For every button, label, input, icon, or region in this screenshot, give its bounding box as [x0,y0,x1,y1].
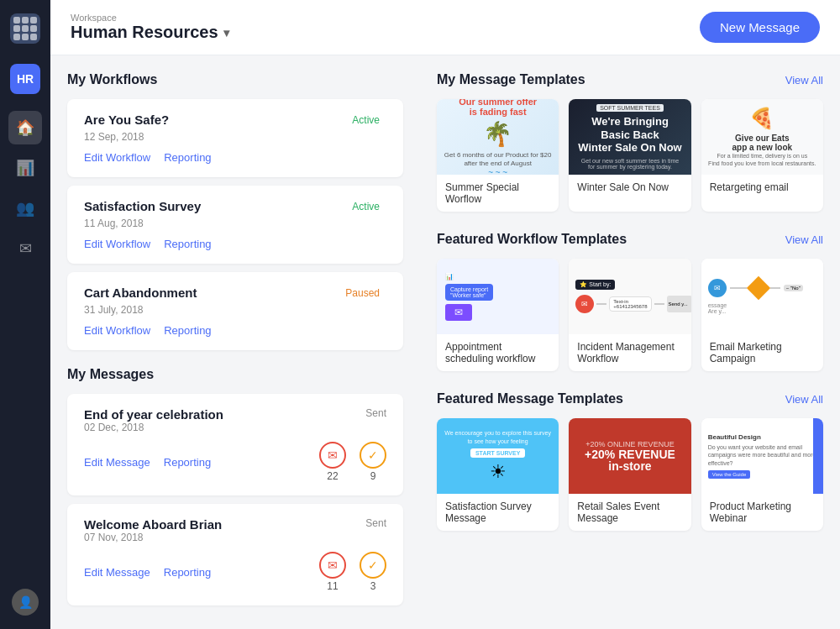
template-card-summer[interactable]: Our summer offeris fading fast 🌴 Get 6 m… [437,99,559,212]
home-icon[interactable]: 🏠 [8,111,42,144]
email-flow: ✉ ~ "No" [708,279,816,297]
featured-message-view-all[interactable]: View All [785,393,823,406]
template-preview: Beautiful Design Do you want your websit… [701,418,823,494]
workflow-title: Satisfaction Survey [84,199,201,213]
main-container: Workspace Human Resources ▾ New Message … [50,0,840,629]
card-actions: Edit Workflow Reporting [84,324,386,337]
template-label: Retargeting email [701,175,823,200]
template-card-winter[interactable]: SOFT SUMMER TEES We're BringingBasic Bac… [569,99,690,212]
message-templates-view-all[interactable]: View All [785,74,823,86]
sidebar-bottom: 👤 [12,589,39,616]
webinar-text: Do you want your website and email campa… [708,443,816,466]
template-label: Winter Sale On Now [569,175,690,200]
check-icon: ✓ [360,442,386,469]
right-panel: My Message Templates View All Our summer… [420,55,840,629]
wf-header: 📊 [445,273,454,280]
reports-icon[interactable]: 📊 [8,151,42,185]
no-badge: ~ "No" [784,285,803,291]
featured-workflow-title: Featured Workflow Templates [437,232,627,247]
message-card: Welcome Aboard Brian Sent 07 Nov, 2018 E… [67,504,403,605]
template-card-retail[interactable]: +20% ONLINE REVENUE +20% REVENUEin-store… [569,418,690,531]
flow-line [730,287,747,289]
email-circle: ✉ [708,279,727,297]
message-date: 07 Nov, 2018 [84,532,386,543]
featured-message-section: Featured Message Templates View All We e… [437,391,823,531]
new-message-button[interactable]: New Message [700,12,820,43]
app-icon: 🍕 [749,107,774,130]
check-stat: ✓ 3 [360,552,386,592]
flow-phone: Text-in+61412345678 [609,296,651,312]
edit-message-link[interactable]: Edit Message [84,566,150,579]
start-badge: ⭐ Start by: [575,280,615,290]
reporting-link[interactable]: Reporting [164,151,211,164]
workflow-date: 31 July, 2018 [84,304,386,316]
status-badge: Active [345,199,386,214]
message-templates-header: My Message Templates View All [437,72,823,87]
edit-workflow-link[interactable]: Edit Workflow [84,238,150,250]
email-stat: ✉ 22 [319,442,346,482]
template-card-incident[interactable]: ⭐ Start by: ✉ Text-in+61412345678 Send y… [569,259,690,371]
template-card-webinar[interactable]: Beautiful Design Do you want your websit… [701,418,823,531]
envelope-icon: ✉ [445,304,472,321]
featured-workflow-view-all[interactable]: View All [785,233,823,246]
email-diamond [747,276,770,300]
template-card-survey[interactable]: We encourage you to explore this survey … [437,418,559,531]
reporting-link[interactable]: Reporting [164,238,211,250]
sun-icon: ☀ [490,461,507,483]
sent-label: Sent [365,517,386,529]
template-card-retargeting[interactable]: 🍕 Give our Eatsapp a new look For a limi… [701,99,823,212]
sent-label: Sent [365,407,386,419]
messages-icon[interactable]: ✉ [8,232,42,265]
featured-workflow-header: Featured Workflow Templates View All [437,232,823,247]
reporting-link[interactable]: Reporting [164,324,211,337]
header-left: Workspace Human Resources ▾ [71,13,229,42]
edit-workflow-link[interactable]: Edit Workflow [84,324,150,337]
template-card-appointment[interactable]: 📊 Capture report"Worker safe" ✉ Appointm… [437,259,559,371]
messages-title: My Messages [67,367,154,382]
template-label: Email Marketing Campaign [701,334,823,371]
messages-section: My Messages End of year celebration Sent… [67,367,403,605]
offer-text: Our summer offeris fading fast [459,99,537,117]
workspace-avatar[interactable]: HR [10,64,40,94]
contacts-icon[interactable]: 👥 [8,191,42,225]
template-label: Retail Sales Event Message [569,494,690,531]
winter-title: We're BringingBasic BackWinter Sale On N… [578,115,681,155]
capture-box: Capture report"Worker safe" [445,284,493,301]
featured-message-header: Featured Message Templates View All [437,391,823,406]
email-stat: ✉ 11 [319,552,346,592]
sidebar: HR 🏠 📊 👥 ✉ 👤 [0,0,50,629]
status-badge: Paused [339,286,386,301]
webinar-strip [813,418,823,494]
flow-circle: ✉ [575,295,594,313]
workflow-date: 12 Sep, 2018 [84,131,386,143]
edit-message-link[interactable]: Edit Message [84,456,150,469]
reporting-link[interactable]: Reporting [164,566,211,579]
message-date: 02 Dec, 2018 [84,422,386,433]
flow-line [770,287,780,289]
sidebar-nav: 🏠 📊 👥 ✉ [8,111,42,589]
message-card: End of year celebration Sent 02 Dec, 201… [67,394,403,495]
reporting-link[interactable]: Reporting [164,456,211,469]
email-count: 11 [327,580,338,592]
workspace-label: Workspace [71,13,229,23]
winter-badge: SOFT SUMMER TEES [596,104,664,112]
workflow-card: Cart Abandonment Paused 31 July, 2018 Ed… [67,272,403,350]
workspace-name[interactable]: Human Resources ▾ [71,23,229,42]
template-card-email-campaign[interactable]: ✉ ~ "No" essageAre y... [701,259,823,371]
check-stat: ✓ 9 [360,442,386,482]
status-badge: Active [345,113,386,128]
message-title: Welcome Aboard Brian [84,517,222,532]
template-label: Incident Management Workflow [569,334,690,371]
birds-icon: ~ ~ ~ [488,168,507,175]
message-stats: ✉ 22 ✓ 9 [319,442,386,482]
card-actions: Edit Message Reporting [84,566,211,579]
retarget-title: Give our Eatsapp a new look [732,134,792,152]
user-avatar[interactable]: 👤 [12,589,39,616]
edit-workflow-link[interactable]: Edit Workflow [84,151,150,164]
flow-line [654,303,664,305]
workspace-title: Human Resources [71,23,218,42]
webinar-title: Beautiful Design [708,433,761,441]
check-icon: ✓ [360,552,386,579]
template-preview: +20% ONLINE REVENUE +20% REVENUEin-store [569,418,690,494]
message-text: essageAre y... [708,302,727,314]
